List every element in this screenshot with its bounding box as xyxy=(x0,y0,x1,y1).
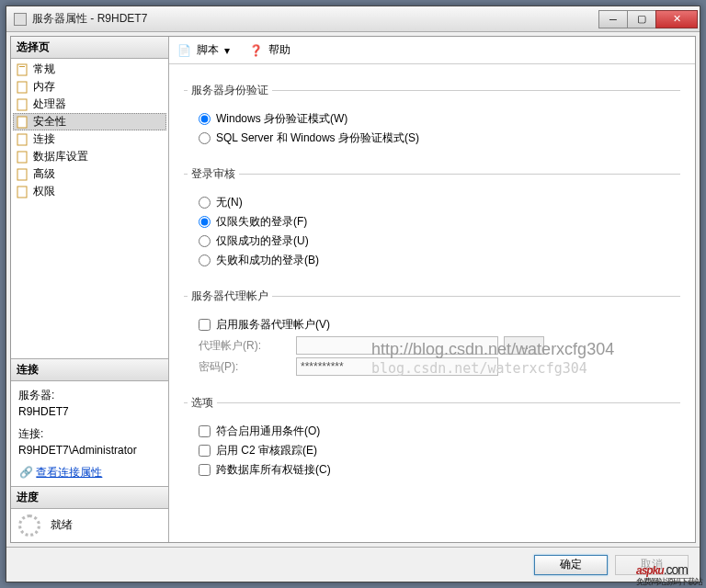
audit-failed-label: 仅限失败的登录(F) xyxy=(216,214,307,230)
svg-rect-6 xyxy=(17,152,27,163)
server-value: R9HDET7 xyxy=(18,403,161,420)
proxy-enable-label: 启用服务器代理帐户(V) xyxy=(216,317,330,333)
sidebar-item-general[interactable]: 常规 xyxy=(13,61,166,78)
window-title: 服务器属性 - R9HDET7 xyxy=(32,11,599,27)
opt-crossdb-label: 跨数据库所有权链接(C) xyxy=(216,462,331,478)
sidebar-item-permissions[interactable]: 权限 xyxy=(13,183,166,200)
sidebar-item-label: 数据库设置 xyxy=(33,149,88,164)
help-button[interactable]: 帮助 xyxy=(268,42,290,58)
progress-header: 进度 xyxy=(11,487,168,509)
sidebar-item-memory[interactable]: 内存 xyxy=(13,78,166,96)
proxy-password-input[interactable] xyxy=(296,357,498,376)
page-icon xyxy=(17,133,29,146)
select-page-header: 选择页 xyxy=(11,37,168,59)
sidebar-item-label: 连接 xyxy=(33,131,55,147)
content-area: 服务器身份验证 Windows 身份验证模式(W) SQL Server 和 W… xyxy=(169,64,695,542)
auth-group: 服务器身份验证 Windows 身份验证模式(W) SQL Server 和 W… xyxy=(184,83,680,153)
sidebar-item-label: 常规 xyxy=(33,62,55,77)
script-button[interactable]: 脚本 xyxy=(197,42,219,58)
audit-both-label: 失败和成功的登录(B) xyxy=(216,253,319,268)
sidebar-item-database-settings[interactable]: 数据库设置 xyxy=(13,148,166,165)
opt-c2-checkbox[interactable] xyxy=(199,445,211,457)
proxy-password-label: 密码(P): xyxy=(199,359,290,375)
sidebar-item-processors[interactable]: 处理器 xyxy=(13,96,166,113)
audit-both-radio[interactable] xyxy=(199,254,211,266)
opt-common-label: 符合启用通用条件(O) xyxy=(216,424,320,439)
svg-rect-3 xyxy=(17,99,27,110)
opt-crossdb-checkbox[interactable] xyxy=(199,464,211,476)
sidebar-item-label: 安全性 xyxy=(33,114,66,130)
help-icon: ❓ xyxy=(248,43,263,58)
sidebar-item-label: 权限 xyxy=(33,184,55,199)
page-icon xyxy=(17,168,29,181)
audit-failed-radio[interactable] xyxy=(199,216,211,228)
auth-windows-label: Windows 身份验证模式(W) xyxy=(216,111,347,127)
svg-rect-5 xyxy=(17,134,27,145)
conn-label: 连接: xyxy=(18,425,161,442)
maximize-button[interactable]: ▢ xyxy=(627,10,656,28)
view-connection-properties-link[interactable]: 查看连接属性 xyxy=(36,466,102,479)
audit-none-radio[interactable] xyxy=(199,197,211,209)
page-icon xyxy=(17,116,29,129)
page-icon xyxy=(17,151,29,164)
svg-rect-4 xyxy=(17,117,27,128)
sidebar-item-label: 内存 xyxy=(33,79,55,95)
conn-value: R9HDET7\Administrator xyxy=(18,442,161,458)
dialog-body: 选择页 常规 内存 处理器 安全性 连接 数据库设置 高级 权限 连接 服务器:… xyxy=(10,36,696,543)
properties-icon: 🔗 xyxy=(18,465,33,480)
svg-rect-8 xyxy=(17,187,27,198)
progress-panel: 进度 就绪 xyxy=(11,486,168,542)
page-icon xyxy=(17,63,29,76)
window-buttons: ─ ▢ ✕ xyxy=(599,10,698,28)
dialog-window: 服务器属性 - R9HDET7 ─ ▢ ✕ 选择页 常规 内存 处理器 安全性 … xyxy=(6,6,700,582)
svg-rect-7 xyxy=(17,169,27,180)
connection-header: 连接 xyxy=(11,359,168,381)
sidebar: 选择页 常规 内存 处理器 安全性 连接 数据库设置 高级 权限 连接 服务器:… xyxy=(11,37,169,542)
main-area: 📄 脚本 ▾ ❓ 帮助 服务器身份验证 Windows 身份验证模式(W) SQ… xyxy=(169,37,695,542)
connection-panel: 连接 服务器: R9HDET7 连接: R9HDET7\Administrato… xyxy=(11,358,168,486)
audit-none-label: 无(N) xyxy=(216,195,243,210)
sidebar-item-label: 高级 xyxy=(33,166,55,182)
proxy-account-input[interactable] xyxy=(296,336,498,355)
options-legend: 选项 xyxy=(188,395,217,411)
opt-c2-label: 启用 C2 审核跟踪(E) xyxy=(216,443,317,458)
proxy-enable-checkbox[interactable] xyxy=(199,319,211,331)
minimize-button[interactable]: ─ xyxy=(598,10,628,28)
spinner-icon xyxy=(18,514,40,537)
sidebar-item-security[interactable]: 安全性 xyxy=(13,113,166,130)
app-icon xyxy=(14,13,27,26)
footer: 确定 取消 xyxy=(6,547,700,582)
proxy-legend: 服务器代理帐户 xyxy=(188,288,272,304)
connection-body: 服务器: R9HDET7 连接: R9HDET7\Administrator 🔗… xyxy=(11,381,168,486)
proxy-account-label: 代理帐户(R): xyxy=(199,338,290,354)
proxy-browse-button[interactable]: ... xyxy=(504,336,544,355)
nav-list: 常规 内存 处理器 安全性 连接 数据库设置 高级 权限 xyxy=(11,59,168,358)
close-button[interactable]: ✕ xyxy=(655,10,698,28)
sidebar-item-advanced[interactable]: 高级 xyxy=(13,165,166,183)
audit-group: 登录审核 无(N) 仅限失败的登录(F) 仅限成功的登录(U) 失败和成功的登录… xyxy=(184,166,680,276)
sidebar-item-connections[interactable]: 连接 xyxy=(13,130,166,148)
page-icon xyxy=(17,81,29,94)
progress-status: 就绪 xyxy=(51,518,73,531)
audit-success-label: 仅限成功的登录(U) xyxy=(216,233,309,249)
auth-windows-radio[interactable] xyxy=(199,113,211,125)
dropdown-arrow-icon[interactable]: ▾ xyxy=(224,44,230,57)
proxy-group: 服务器代理帐户 启用服务器代理帐户(V) 代理帐户(R): ... 密码(P): xyxy=(184,288,680,382)
progress-body: 就绪 xyxy=(11,509,168,542)
script-icon: 📄 xyxy=(176,43,191,58)
opt-common-checkbox[interactable] xyxy=(199,425,211,437)
page-icon xyxy=(17,186,29,198)
page-icon xyxy=(17,98,29,111)
titlebar: 服务器属性 - R9HDET7 ─ ▢ ✕ xyxy=(6,6,700,32)
ok-button[interactable]: 确定 xyxy=(534,555,608,575)
svg-rect-1 xyxy=(19,66,25,67)
sidebar-item-label: 处理器 xyxy=(33,96,66,112)
auth-legend: 服务器身份验证 xyxy=(188,83,272,98)
audit-success-radio[interactable] xyxy=(199,235,211,247)
options-group: 选项 符合启用通用条件(O) 启用 C2 审核跟踪(E) 跨数据库所有权链接(C… xyxy=(184,395,680,485)
auth-mixed-radio[interactable] xyxy=(199,132,211,144)
cancel-button[interactable]: 取消 xyxy=(615,555,689,575)
server-label: 服务器: xyxy=(18,387,161,403)
toolbar: 📄 脚本 ▾ ❓ 帮助 xyxy=(169,37,695,64)
audit-legend: 登录审核 xyxy=(188,166,239,182)
